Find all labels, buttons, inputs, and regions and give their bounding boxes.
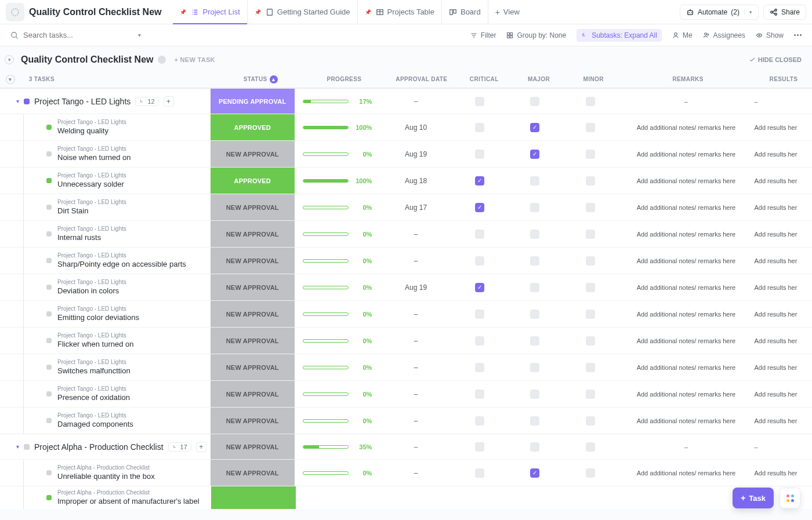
checkbox[interactable] [586,390,595,399]
tab-projects-table[interactable]: 📌 Projects Table [358,0,442,24]
remarks-cell[interactable]: Add additional notes/ remarks here [618,151,754,158]
status-cell[interactable]: NEW APPROVAL [211,221,295,247]
checkbox[interactable] [530,442,539,452]
critical-cell[interactable] [452,363,507,372]
results-cell[interactable]: Add results her [754,337,812,344]
task-row[interactable]: Project Tango - LED Lights Deviation in … [0,274,812,300]
checkbox[interactable] [475,150,484,159]
minor-cell[interactable] [563,442,618,452]
major-cell[interactable] [507,230,563,239]
hide-closed-button[interactable]: HIDE CLOSED [749,56,802,63]
major-cell[interactable]: ✓ [507,468,563,478]
column-minor[interactable]: MINOR [566,76,621,82]
progress-cell[interactable]: 35% [295,443,380,450]
date-cell[interactable]: Aug 19 [380,150,451,158]
results-cell[interactable]: Add results her [754,177,812,184]
date-cell[interactable]: – [380,390,451,398]
major-cell[interactable] [507,310,563,319]
checkbox[interactable] [586,203,595,212]
minor-cell[interactable] [563,176,618,186]
progress-cell[interactable]: 100% [295,177,380,184]
status-cell[interactable]: NEW APPROVAL [211,301,295,327]
checkbox[interactable] [586,150,595,159]
results-cell[interactable]: Add results her [754,284,812,291]
status-cell[interactable]: PENDING APPROVAL [211,89,295,114]
major-cell[interactable] [507,442,563,452]
progress-cell[interactable]: 0% [295,391,380,398]
progress-cell[interactable]: 0% [295,204,380,211]
major-cell[interactable] [507,256,563,266]
minor-cell[interactable] [563,363,618,372]
task-row[interactable]: Project Tango - LED Lights Noise when tu… [0,140,812,167]
remarks-cell[interactable]: Add additional notes/ remarks here [618,337,754,344]
progress-cell[interactable]: 17% [295,98,380,105]
status-cell[interactable]: APPROVED [211,168,295,194]
group-row[interactable]: ▾ Project Alpha - Production Checklist 1… [0,434,812,459]
checkbox[interactable] [475,416,484,426]
checkbox[interactable] [530,230,539,239]
group-row[interactable]: ▾ Project Tango - LED Lights 12 + PENDIN… [0,88,812,114]
column-status[interactable]: STATUS▲ [219,75,302,83]
column-major[interactable]: MAJOR [512,76,566,82]
critical-cell[interactable] [452,442,507,452]
checkbox[interactable] [586,123,595,132]
checkbox[interactable] [530,256,539,266]
date-cell[interactable]: – [380,443,451,451]
major-cell[interactable]: ✓ [507,123,563,132]
task-row[interactable]: Project Tango - LED Lights Emitting colo… [0,300,812,327]
checkbox[interactable] [530,283,539,292]
task-row[interactable]: Project Tango - LED Lights Damaged compo… [0,407,812,434]
tab-board[interactable]: Board [442,0,488,24]
progress-cell[interactable]: 0% [295,364,380,371]
checkbox[interactable] [586,176,595,186]
subtask-count-pill[interactable]: 12 [135,97,158,106]
task-row[interactable]: Project Alpha - Production Checklist Unr… [0,459,812,486]
task-row[interactable]: Project Tango - LED Lights Unnecessary s… [0,167,812,194]
critical-cell[interactable] [452,468,507,478]
task-row[interactable]: Project Tango - LED Lights Dirt Stain NE… [0,194,812,220]
checkbox[interactable] [475,363,484,372]
tab-getting-started[interactable]: 📌 Getting Started Guide [248,0,358,24]
column-critical[interactable]: CRITICAL [457,76,512,82]
apps-fab[interactable] [780,488,800,508]
minor-cell[interactable] [563,256,618,266]
progress-cell[interactable]: 0% [295,231,380,238]
date-cell[interactable]: – [380,310,451,318]
remarks-cell[interactable]: Add additional notes/ remarks here [618,417,754,424]
results-cell[interactable]: Add results her [754,257,812,264]
task-row[interactable]: Project Tango - LED Lights Presence of o… [0,380,812,407]
critical-cell[interactable]: ✓ [452,176,507,186]
share-button[interactable]: Share [763,5,806,20]
checkbox[interactable]: ✓ [530,123,539,132]
date-cell[interactable]: Aug 19 [380,283,451,292]
checkbox[interactable] [475,310,484,319]
status-cell[interactable]: APPROVED [211,114,295,140]
checkbox[interactable] [530,310,539,319]
search-input[interactable] [23,31,139,39]
results-cell[interactable]: Add results her [754,417,812,424]
checkbox[interactable]: ✓ [530,468,539,478]
status-cell[interactable]: NEW APPROVAL [211,141,295,167]
app-logo[interactable] [6,3,24,21]
collapse-group-button[interactable]: ▾ [6,75,15,84]
minor-cell[interactable] [563,468,618,478]
new-task-button[interactable]: + NEW TASK [174,56,215,63]
minor-cell[interactable] [563,310,618,319]
critical-cell[interactable] [452,97,507,106]
more-menu[interactable] [794,34,802,36]
critical-cell[interactable]: ✓ [452,203,507,212]
critical-cell[interactable] [452,390,507,399]
minor-cell[interactable] [563,203,618,212]
remarks-cell[interactable]: Add additional notes/ remarks here [618,231,754,238]
checkbox[interactable] [475,230,484,239]
checkbox[interactable] [530,97,539,106]
add-view[interactable]: + View [488,0,527,24]
progress-cell[interactable]: 0% [295,151,380,158]
critical-cell[interactable] [452,230,507,239]
major-cell[interactable] [507,283,563,292]
date-cell[interactable]: – [380,257,451,265]
checkbox[interactable] [530,390,539,399]
task-row[interactable]: Project Tango - LED Lights Switches malf… [0,354,812,380]
task-row[interactable]: Project Tango - LED Lights Sharp/Pointy … [0,247,812,274]
remarks-cell[interactable]: – [618,443,755,450]
